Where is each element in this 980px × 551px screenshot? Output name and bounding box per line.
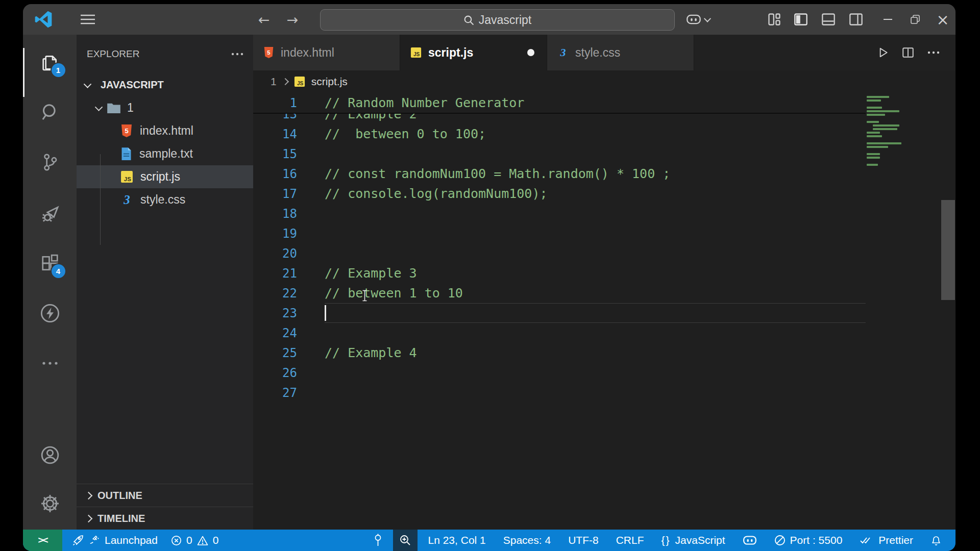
tab-strip: 5 index.html JS script.js 3 style.css — [253, 35, 955, 70]
eol-item[interactable]: CRLF — [609, 530, 651, 551]
line-text: // const randomNum100 = Math.random() * … — [297, 166, 670, 181]
explorer-icon[interactable]: 1 — [38, 50, 62, 74]
code-line[interactable]: 17// console.log(randomNum100); — [253, 184, 955, 204]
code-line[interactable]: 26 — [253, 363, 955, 383]
thunder-client-icon[interactable] — [38, 301, 62, 325]
line-text: // console.log(randomNum100); — [297, 186, 548, 201]
encoding-item[interactable]: UTF-8 — [561, 530, 605, 551]
svg-text:JS: JS — [297, 81, 304, 86]
zoom-in-chip[interactable] — [393, 530, 418, 551]
css-file-icon: 3 — [557, 46, 569, 59]
chevron-down-icon — [95, 103, 103, 111]
code-line[interactable]: 22// between 1 to 10 — [253, 283, 955, 303]
breadcrumb[interactable]: 1 JS script.js — [253, 70, 955, 93]
file-row-index-html[interactable]: 5 index.html — [77, 119, 253, 142]
copilot-status-icon[interactable] — [736, 530, 764, 551]
code-line[interactable]: 18 — [253, 204, 955, 223]
code-line[interactable]: 15 — [253, 144, 955, 164]
workspace-row[interactable]: JAVASCRIPT — [77, 73, 253, 96]
minimize-button[interactable] — [876, 4, 899, 35]
title-bar: ← → Javascript × — [23, 4, 955, 35]
source-control-icon[interactable] — [38, 150, 62, 174]
code-line[interactable]: 24 — [253, 323, 955, 343]
file-name: sample.txt — [139, 147, 193, 161]
line-number: 14 — [253, 127, 297, 141]
file-row-sample-txt[interactable]: sample.txt — [77, 142, 253, 165]
breadcrumb-file[interactable]: script.js — [311, 76, 348, 88]
language-item[interactable]: {} JavaScript — [655, 530, 732, 551]
editor-scrollbar[interactable] — [941, 93, 955, 530]
line-number: 19 — [253, 227, 297, 241]
code-line[interactable]: 21// Example 3 — [253, 263, 955, 283]
prettier-item[interactable]: Prettier — [853, 530, 920, 551]
timeline-label: TIMELINE — [97, 513, 145, 524]
folder-row[interactable]: 1 — [77, 96, 253, 119]
chevron-down-icon — [703, 15, 710, 22]
account-icon[interactable] — [38, 443, 62, 467]
launchpad-item[interactable]: Launchpad — [65, 530, 164, 551]
search-view-icon[interactable] — [38, 100, 62, 124]
minimap[interactable] — [867, 96, 915, 167]
notifications-bell-icon[interactable] — [924, 530, 948, 551]
tab-script-js[interactable]: JS script.js — [400, 35, 547, 70]
code-line[interactable]: 19 — [253, 223, 955, 243]
breadcrumb-folder[interactable]: 1 — [271, 76, 277, 88]
screencast-icon[interactable] — [367, 530, 389, 551]
chevron-down-icon — [84, 80, 92, 88]
split-editor-button[interactable] — [901, 46, 915, 59]
cursor-position-item[interactable]: Ln 23, Col 1 — [422, 530, 493, 551]
restore-button[interactable] — [904, 4, 926, 35]
line-text: // between 1 to 10 — [297, 286, 463, 300]
code-line[interactable]: 25// Example 4 — [253, 343, 955, 363]
tab-label: script.js — [428, 46, 473, 60]
toggle-secondary-sidebar-button[interactable] — [845, 4, 867, 35]
code-line-current[interactable]: 23 — [253, 303, 955, 323]
code-line[interactable]: 20 — [253, 243, 955, 263]
file-row-style-css[interactable]: 3 style.css — [77, 188, 253, 211]
close-button[interactable]: × — [932, 4, 954, 35]
rocket-icon — [72, 534, 84, 546]
svg-text:5: 5 — [267, 49, 270, 56]
timeline-section[interactable]: TIMELINE — [77, 507, 253, 530]
nav-forward-button[interactable]: → — [282, 4, 303, 35]
folder-icon — [107, 102, 121, 114]
menu-hamburger-icon[interactable] — [75, 4, 101, 35]
copilot-icon — [686, 14, 701, 25]
js-file-icon: JS — [410, 47, 422, 58]
toggle-panel-button[interactable] — [817, 4, 840, 35]
scrollbar-thumb[interactable] — [941, 200, 955, 300]
code-line[interactable]: 14// between 0 to 100; — [253, 124, 955, 144]
problems-item[interactable]: 0 0 — [164, 530, 225, 551]
code-line[interactable]: 16// const randomNum100 = Math.random() … — [253, 164, 955, 184]
modified-dot-icon[interactable] — [527, 49, 534, 56]
svg-text:JS: JS — [413, 52, 420, 57]
run-button[interactable] — [876, 46, 889, 59]
code-editor[interactable]: 13// Example 2 14// between 0 to 100; 15… — [253, 93, 955, 530]
more-views-icon[interactable] — [38, 351, 62, 375]
explorer-more-actions-icon[interactable] — [231, 52, 244, 56]
toggle-sidebar-button[interactable] — [790, 4, 812, 35]
indentation-item[interactable]: Spaces: 4 — [497, 530, 557, 551]
command-center-search[interactable]: Javascript — [320, 9, 675, 31]
html-file-icon: 5 — [263, 46, 274, 59]
line-number: 23 — [253, 306, 297, 320]
remote-indicator[interactable]: >< — [23, 530, 62, 551]
copilot-button[interactable] — [682, 4, 713, 35]
settings-gear-icon[interactable] — [38, 491, 62, 516]
nav-back-button[interactable]: ← — [254, 4, 274, 35]
tab-style-css[interactable]: 3 style.css — [547, 35, 694, 70]
tab-index-html[interactable]: 5 index.html — [253, 35, 400, 70]
code-line[interactable]: 27 — [253, 383, 955, 403]
customize-layout-button[interactable] — [763, 4, 786, 35]
line-number: 25 — [253, 346, 297, 360]
outline-section[interactable]: OUTLINE — [77, 484, 253, 507]
extensions-icon[interactable]: 4 — [38, 251, 62, 276]
sticky-scroll-line[interactable]: 1 // Random Number Generator — [253, 93, 866, 114]
plug-icon — [89, 535, 100, 546]
run-debug-icon[interactable] — [38, 201, 62, 226]
svg-text:3: 3 — [560, 46, 566, 59]
file-row-script-js[interactable]: JS script.js — [77, 165, 253, 188]
live-server-port-item[interactable]: Port : 5500 — [768, 530, 849, 551]
editor-more-actions-icon[interactable] — [927, 51, 940, 55]
search-icon — [463, 15, 474, 26]
